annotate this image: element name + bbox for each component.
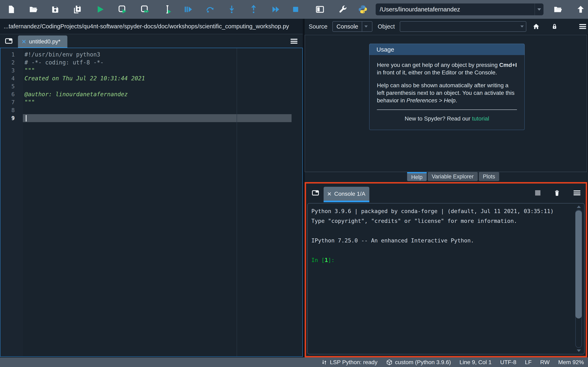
usage-title: Usage — [369, 44, 525, 55]
tab-variable-explorer[interactable]: Variable Explorer — [428, 172, 478, 181]
chevron-down-icon — [518, 25, 526, 27]
usage-footer: New to Spyder? Read our tutorial — [377, 115, 517, 124]
eol-status: LF — [525, 359, 532, 366]
console-scrollbar[interactable] — [575, 205, 582, 353]
usage-box: Usage Here you can get help of any objec… — [369, 44, 525, 130]
maximize-pane-icon — [315, 5, 325, 14]
run-cell-advance-icon — [140, 5, 150, 14]
environment-package-icon — [386, 359, 393, 366]
debug-button[interactable] — [182, 0, 195, 19]
console-line: Type "copyright", "credits" or "license"… — [311, 216, 572, 226]
lsp-icon — [321, 359, 328, 366]
step-over-button[interactable] — [203, 0, 216, 19]
main-toolbar: /Users/linourdanetafernandez — [0, 0, 588, 19]
step-into-icon — [227, 5, 236, 14]
tab-plots[interactable]: Plots — [479, 172, 499, 181]
stop-button[interactable] — [289, 0, 302, 19]
code-line: Created on Thu Jul 22 10:31:44 2021 — [23, 75, 302, 82]
new-file-icon — [7, 5, 16, 14]
chevron-down-icon — [537, 8, 541, 11]
code-line: @author: linourdanetafernandez — [23, 90, 302, 98]
run-selection-button[interactable] — [161, 0, 174, 19]
save-button[interactable] — [49, 0, 62, 19]
interrupt-kernel-icon[interactable] — [535, 190, 540, 196]
preferences-button[interactable] — [336, 0, 349, 19]
ipython-console-pane annotation-highlight: Console 1/A Python 3.9.6 | packaged by c… — [305, 182, 587, 358]
spyder-window: /Users/linourdanetafernandez ...tafernan… — [0, 0, 588, 367]
browse-tabs-icon[interactable] — [4, 37, 13, 45]
lsp-status: LSP Python: ready — [321, 359, 378, 366]
tab-help[interactable]: Help — [407, 172, 427, 181]
run-cell-button[interactable] — [116, 0, 129, 19]
home-icon — [532, 23, 540, 30]
new-file-button[interactable] — [5, 0, 18, 19]
object-label: Object — [378, 23, 395, 30]
run-cell-icon — [118, 5, 127, 14]
console-toolbar — [535, 184, 580, 202]
open-folder-icon — [29, 5, 38, 14]
browse-directory-button[interactable] — [551, 0, 564, 19]
save-all-icon — [73, 5, 82, 14]
save-icon — [51, 5, 60, 14]
editor-options-menu-button[interactable] — [291, 39, 297, 44]
open-file-button[interactable] — [27, 0, 40, 19]
lock-button[interactable] — [549, 19, 560, 34]
run-cell-advance-button[interactable] — [138, 0, 151, 19]
console-text: Python 3.9.6 | packaged by conda-forge |… — [311, 206, 572, 265]
code-area[interactable]: #!/usr/bin/env python3 # -*- coding: utf… — [23, 48, 302, 356]
step-into-button[interactable] — [225, 0, 238, 19]
python-logo-icon — [358, 5, 367, 14]
source-select[interactable]: Console — [332, 21, 372, 32]
stop-icon — [291, 5, 300, 14]
console-tabbar: Console 1/A — [306, 184, 586, 202]
breadcrumb-path: ...tafernandez/CodingProjects/qu4nt-soft… — [4, 23, 289, 30]
line-number-gutter: 1 2 3 4 5 6 7 8 9 — [0, 48, 23, 356]
close-tab-icon[interactable] — [327, 192, 332, 196]
run-button[interactable] — [94, 0, 107, 19]
continue-button[interactable] — [269, 0, 282, 19]
editor-tabbar: untitled0.py* — [0, 34, 303, 48]
text-cursor — [26, 115, 26, 122]
help-options-menu-button[interactable] — [577, 19, 588, 34]
arrow-up-icon — [576, 5, 585, 14]
save-all-button[interactable] — [71, 0, 84, 19]
breadcrumb: ...tafernandez/CodingProjects/qu4nt-soft… — [0, 19, 303, 34]
maximize-pane-button[interactable] — [313, 0, 327, 19]
console-output[interactable]: Python 3.9.6 | packaged by conda-forge |… — [307, 203, 585, 354]
console-prompt: In [1]: — [311, 255, 572, 265]
console-line: IPython 7.25.0 -- An enhanced Interactiv… — [311, 236, 572, 245]
scrollbar-thumb[interactable] — [575, 210, 582, 318]
scroll-up-icon[interactable] — [577, 206, 581, 208]
step-over-icon — [205, 5, 215, 14]
object-combobox[interactable] — [400, 21, 526, 32]
interpreter-status[interactable]: custom (Python 3.9.6) — [386, 359, 451, 366]
cursor-position-status: Line 9, Col 1 — [459, 359, 492, 366]
options-menu-icon — [579, 24, 586, 29]
parent-directory-button[interactable] — [574, 0, 587, 19]
code-line — [23, 82, 302, 90]
run-selection-icon — [163, 5, 172, 14]
remove-console-button trash-icon[interactable] — [553, 189, 561, 197]
active-tab-indicator — [324, 201, 369, 202]
lock-icon — [551, 23, 558, 30]
home-button[interactable] — [531, 19, 541, 34]
code-editor[interactable]: 1 2 3 4 5 6 7 8 9 #!/usr/bin/env python3… — [0, 48, 303, 357]
current-line — [23, 114, 292, 122]
divider — [377, 109, 517, 110]
scroll-down-icon[interactable] — [577, 350, 581, 352]
help-pane: Usage Here you can get help of any objec… — [305, 35, 587, 172]
console-tab[interactable]: Console 1/A — [324, 187, 369, 201]
new-console-icon[interactable] — [311, 189, 320, 197]
console-line — [311, 245, 572, 255]
tutorial-link[interactable]: tutorial — [472, 115, 489, 122]
usage-body: Here you can get help of any object by p… — [369, 55, 525, 130]
console-options-menu-button[interactable] — [573, 191, 580, 195]
editor-tab-untitled0[interactable]: untitled0.py* — [18, 35, 67, 48]
close-tab-icon[interactable] — [21, 39, 26, 44]
step-out-button[interactable] — [247, 0, 260, 19]
working-directory-dropdown[interactable] — [535, 3, 544, 15]
code-line — [23, 106, 302, 114]
step-out-icon — [249, 5, 258, 14]
python-environment-button[interactable] — [356, 0, 369, 19]
working-directory-combobox[interactable]: /Users/linourdanetafernandez — [376, 3, 544, 15]
